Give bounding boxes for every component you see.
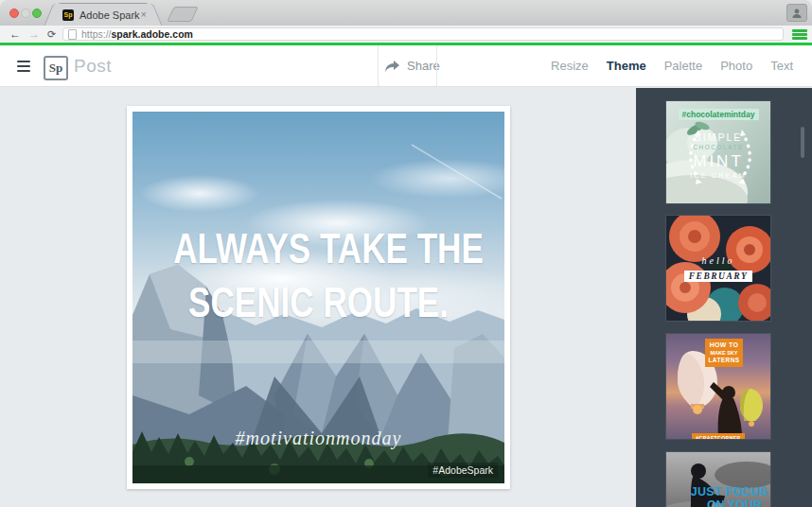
window-minimize-icon[interactable] [21, 9, 30, 18]
toolbar-divider [378, 45, 379, 86]
theme-panel: #chocolatemintday SIMPLE CHOCOLATE MINT … [636, 88, 812, 507]
tab-resize[interactable]: Resize [551, 59, 589, 73]
craftcorner-ribbon: #CRAFTCORNER [666, 427, 770, 439]
reload-icon[interactable]: ⟳ [47, 26, 56, 42]
back-icon[interactable]: ← [9, 26, 21, 42]
page-icon [68, 29, 77, 40]
mint-text: SIMPLE CHOCOLATE MINT ICE CREAM [666, 132, 770, 180]
share-arrow-icon [384, 60, 400, 73]
product-title: Post [74, 56, 112, 77]
focus-text: JUST FOCUS ON YOUR [691, 486, 768, 507]
browser-url-row: ← → ⟳ https://spark.adobe.com [0, 26, 812, 43]
sidebar-scrollbar[interactable] [801, 127, 804, 158]
tab-theme[interactable]: Theme [607, 59, 646, 73]
app-menu-icon[interactable] [17, 61, 30, 72]
window-close-icon[interactable] [9, 9, 19, 18]
theme-hashtag-badge: #chocolatemintday [666, 104, 770, 121]
person-icon [791, 8, 803, 19]
editor-nav-tabs: Resize Theme Palette Photo Text [551, 45, 793, 86]
toolbar-divider [436, 45, 437, 86]
profile-button[interactable] [786, 4, 807, 22]
browser-window: Sp Adobe Spark × ← → ⟳ https://spark.ado… [0, 0, 812, 507]
browser-tab-strip: Sp Adobe Spark × [0, 0, 812, 26]
new-tab-button[interactable] [167, 7, 198, 22]
theme-thumbnail-february[interactable]: hello FEBRUARY [666, 216, 770, 321]
post-photo[interactable]: ALWAYS TAKE THE SCENIC ROUTE. #motivatio… [132, 112, 504, 483]
url-domain: spark.adobe.com [112, 28, 193, 40]
theme-thumbnail-mint[interactable]: #chocolatemintday SIMPLE CHOCOLATE MINT … [666, 101, 770, 203]
tab-palette[interactable]: Palette [664, 59, 702, 73]
spark-favicon-icon: Sp [62, 9, 74, 21]
share-label: Share [407, 59, 440, 73]
post-headline[interactable]: ALWAYS TAKE THE SCENIC ROUTE. [132, 221, 504, 329]
design-canvas: ALWAYS TAKE THE SCENIC ROUTE. #motivatio… [0, 88, 636, 507]
tab-text[interactable]: Text [770, 59, 793, 73]
browser-tab[interactable]: Sp Adobe Spark × [55, 3, 151, 26]
post-card[interactable]: ALWAYS TAKE THE SCENIC ROUTE. #motivatio… [127, 106, 510, 489]
headline-line-1: ALWAYS TAKE THE [173, 221, 464, 275]
headline-line-2: SCENIC ROUTE. [173, 275, 464, 329]
tab-close-icon[interactable]: × [141, 9, 147, 20]
window-zoom-icon[interactable] [32, 9, 42, 18]
lantern-title-box: HOW TO MAKE SKY LATERNS [705, 339, 743, 367]
spark-logo[interactable]: Sp [44, 56, 68, 80]
browser-menu-icon[interactable] [792, 29, 807, 40]
forward-icon[interactable]: → [28, 26, 40, 42]
tab-photo[interactable]: Photo [720, 59, 752, 73]
url-protocol: https:// [81, 28, 112, 40]
theme-thumbnail-focus[interactable]: JUST FOCUS ON YOUR [666, 452, 770, 507]
adobespark-watermark: #AdobeSpark [428, 463, 498, 478]
theme-thumbnail-lanterns[interactable]: HOW TO MAKE SKY LATERNS #CRAFTCORNER [666, 334, 770, 439]
february-text: hello FEBRUARY [666, 255, 770, 283]
editor-content: ALWAYS TAKE THE SCENIC ROUTE. #motivatio… [0, 88, 812, 507]
share-button[interactable]: Share [384, 45, 440, 86]
app-toolbar: Sp Post Share Resize Theme Palette Photo… [0, 45, 812, 87]
address-bar[interactable]: https://spark.adobe.com [62, 27, 784, 41]
tab-title: Adobe Spark [79, 9, 140, 21]
post-hashtag[interactable]: #motivationmonday [132, 428, 504, 449]
